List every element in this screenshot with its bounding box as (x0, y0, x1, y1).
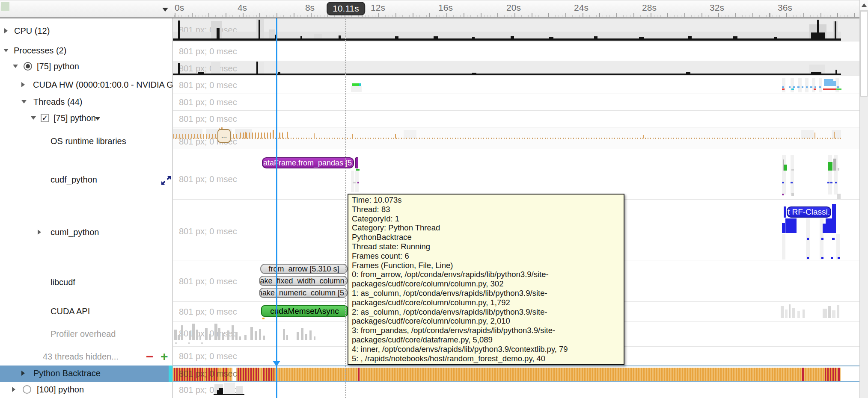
sidebar-item-label: CPU (12) (14, 26, 50, 36)
activity-mark (305, 334, 307, 340)
activity-mark (314, 133, 315, 139)
nvtx-range-fit-rf-classifier[interactable]: fit RF-Classi... (787, 206, 831, 218)
sidebar-item-cudf-python[interactable]: cudf_python (0, 174, 172, 185)
scrollbar-thumb[interactable] (860, 11, 868, 97)
sidebar-item-label: CUDA HW (0000:01:00.0 - NVIDIA GeForce (33, 80, 172, 90)
timeline-row-cuda-hw[interactable]: 801 px; 0 msec (172, 76, 859, 94)
expander-collapsed-icon[interactable] (21, 82, 25, 87)
activity-mark (175, 342, 177, 344)
timeline-row-cpu[interactable]: 801 px; 0 msec (172, 18, 859, 41)
chevron-down-icon[interactable] (162, 8, 168, 12)
timeline-row-python-backtrace[interactable]: 801 px; 0 msec (172, 366, 859, 382)
hover-position-line (345, 15, 346, 398)
expander-collapsed-icon[interactable] (4, 28, 8, 33)
sidebar-item-processes[interactable]: Processes (2) (0, 45, 172, 56)
sidebar-item-thread-75-python[interactable]: ✓ [75] python (0, 112, 172, 124)
expander-expanded-icon[interactable] (21, 100, 27, 103)
expand-threads-button[interactable]: + (161, 351, 168, 362)
activity-mark (824, 79, 833, 86)
row-size-label: 801 px; 0 msec (179, 25, 237, 35)
expander-collapsed-icon[interactable] (21, 371, 25, 376)
activity-mark (172, 138, 841, 139)
activity-mark (814, 86, 816, 88)
expander-collapsed-icon[interactable] (38, 230, 41, 235)
activity-mark (817, 20, 819, 38)
expander-collapsed-icon[interactable] (12, 387, 15, 392)
nvtx-range-make-numeric-column[interactable]: make_numeric_column [5... (259, 288, 348, 298)
activity-mark (826, 218, 836, 233)
activity-mark (791, 78, 794, 92)
ruler-tick-label: 4s (238, 3, 247, 13)
sidebar-item-cuda-api[interactable]: CUDA API (0, 306, 172, 317)
activity-mark (782, 78, 785, 92)
sidebar-item-profiler-overhead[interactable]: Profiler overhead (0, 328, 172, 339)
thread-options-caret-icon[interactable] (95, 117, 100, 121)
nvtx-range-from-arrow[interactable]: from_arrow [5.310 s] (260, 264, 348, 274)
nvtx-range-small[interactable] (355, 157, 358, 168)
cuda-api-call-cudamemsetasync[interactable]: cudaMemsetAsync (261, 305, 348, 317)
activity-mark (594, 36, 597, 38)
row-size-label: 801 px; 0 msec (179, 369, 237, 379)
timeline-row-process-100-python[interactable]: 801 px; 0 msec (172, 382, 859, 398)
activity-mark (172, 32, 841, 39)
activity-mark (286, 335, 288, 340)
sidebar-item-process-100-python[interactable]: [100] python (0, 384, 172, 395)
sidebar-item-threads-hidden: 43 threads hidden... − + (0, 351, 172, 362)
legend-swatch (1, 2, 9, 11)
activity-mark (832, 238, 835, 240)
activity-mark (314, 34, 322, 39)
activity-mark (805, 78, 809, 92)
activity-mark (828, 162, 832, 171)
sidebar-item-libcudf[interactable]: libcudf (0, 277, 172, 288)
collapsed-events-button[interactable]: ... (217, 129, 231, 143)
activity-mark (832, 310, 835, 318)
radio-unselected-icon[interactable] (23, 385, 31, 394)
collapse-threads-button[interactable]: − (146, 351, 154, 362)
expand-row-icon[interactable] (161, 175, 172, 186)
expander-expanded-icon[interactable] (31, 116, 36, 120)
activity-mark (172, 74, 841, 75)
python-backtrace-activity-bar[interactable] (173, 368, 841, 381)
timeline-cursor-line[interactable] (276, 17, 277, 398)
activity-mark (255, 331, 257, 340)
top-header: 0s 4s 8s 12s 16s 20s 24s 28s 32s 36s 10.… (0, 0, 868, 18)
timeline-row-processes[interactable]: 801 px; 0 msec (172, 41, 859, 61)
sidebar-item-label: [75] python (37, 62, 79, 71)
activity-mark (301, 328, 303, 340)
activity-mark (832, 204, 836, 231)
activity-mark (549, 37, 553, 38)
vertical-scrollbar[interactable] (859, 0, 868, 398)
activity-mark (686, 72, 690, 74)
expander-expanded-icon[interactable] (13, 65, 18, 68)
activity-mark (814, 133, 815, 139)
row-size-label: 801 px; 0 msec (179, 80, 237, 90)
checkbox-checked-icon[interactable]: ✓ (41, 114, 49, 122)
activity-mark (833, 159, 836, 171)
nvtx-range-make-fixed-width-column[interactable]: make_fixed_width_column ... (259, 276, 348, 286)
activity-mark (819, 86, 821, 88)
sidebar-item-label: libcudf (51, 277, 75, 287)
row-size-label: 801 px; 0 msec (179, 174, 237, 184)
sidebar-item-cuda-hw[interactable]: CUDA HW (0000:01:00.0 - NVIDIA GeForce (0, 79, 172, 90)
activity-mark (287, 132, 288, 139)
scroll-up-button[interactable] (860, 0, 868, 11)
activity-mark (807, 257, 809, 259)
timeline-ruler[interactable]: 0s 4s 8s 12s 16s 20s 24s 28s 32s 36s 10.… (172, 0, 859, 18)
timeline-row-process-75-python[interactable]: 801 px; 0 msec (172, 61, 859, 76)
sidebar-item-cuml-python[interactable]: cuml_python (0, 227, 172, 238)
timeline-row-os-runtime-libraries[interactable]: 801 px; 0 msec ... (172, 127, 859, 149)
expander-expanded-icon[interactable] (3, 49, 9, 52)
timeline-row-cudf-python[interactable]: 801 px; 0 msec DataFrame.from_pandas [5.… (172, 149, 859, 200)
sidebar-item-process-75-python[interactable]: [75] python (0, 61, 172, 72)
timeline-row-thread-75-python[interactable]: 801 px; 0 msec (172, 111, 859, 127)
sidebar-item-python-backtrace[interactable]: Python Backtrace (0, 368, 172, 379)
timeline-row-threads[interactable]: 801 px; 0 msec (172, 94, 859, 111)
radio-selected-icon[interactable] (24, 62, 32, 71)
activity-mark (823, 309, 827, 318)
sidebar-item-threads[interactable]: Threads (44) (0, 96, 172, 107)
sidebar-item-os-runtime-libraries[interactable]: OS runtime libraries (0, 136, 172, 147)
sidebar-item-cpu[interactable]: CPU (12) (0, 25, 172, 36)
sidebar-item-label: cuml_python (51, 227, 99, 237)
activity-mark (174, 330, 177, 340)
sidebar-item-label: cudf_python (51, 175, 97, 185)
